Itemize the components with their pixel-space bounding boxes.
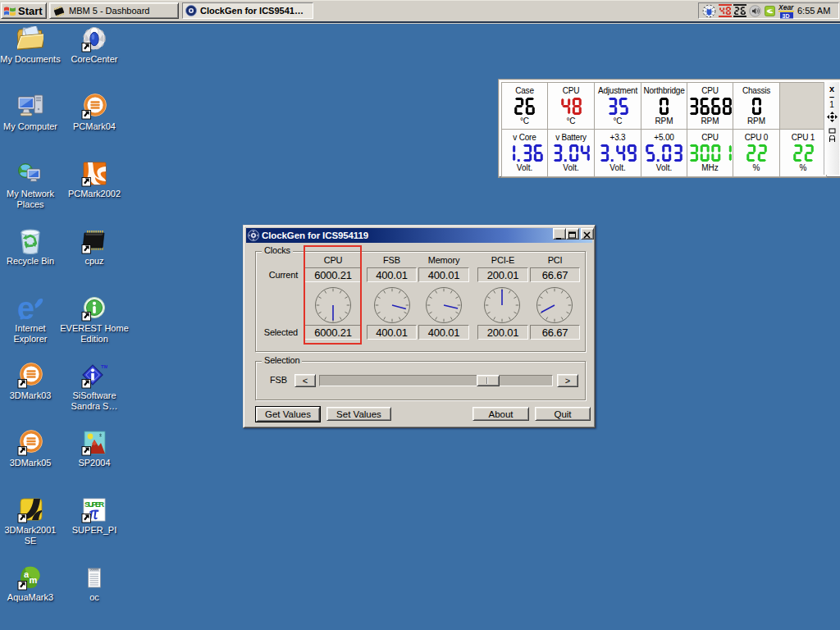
svg-text:m: m <box>30 575 38 585</box>
svg-text:TM: TM <box>101 364 107 369</box>
svg-text:e: e <box>17 295 34 322</box>
svg-text:Xear: Xear <box>778 3 794 11</box>
svg-text:3D: 3D <box>783 12 790 18</box>
svg-text:SUPER: SUPER <box>84 500 104 509</box>
